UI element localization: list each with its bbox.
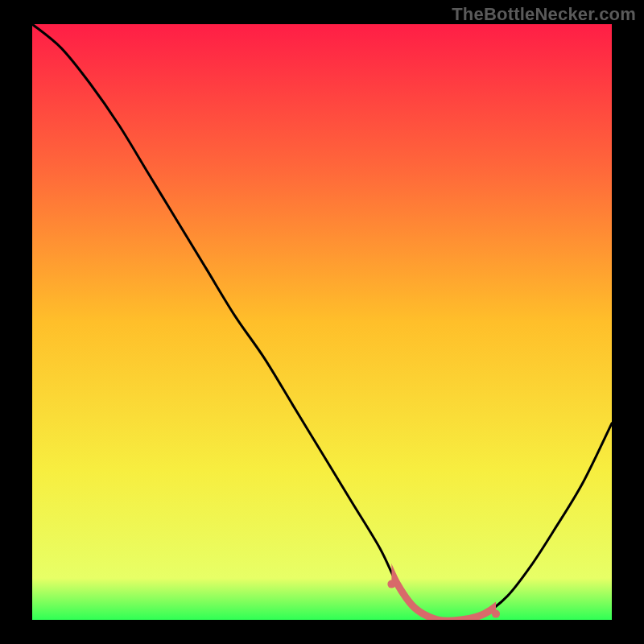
highlight-endpoint bbox=[387, 580, 395, 588]
chart-frame: TheBottleNecker.com bbox=[0, 0, 644, 644]
bottleneck-curve-chart bbox=[32, 24, 612, 620]
watermark-text: TheBottleNecker.com bbox=[452, 4, 636, 25]
gradient-background bbox=[32, 24, 612, 620]
plot-area bbox=[32, 24, 612, 620]
highlight-endpoint bbox=[492, 610, 500, 618]
